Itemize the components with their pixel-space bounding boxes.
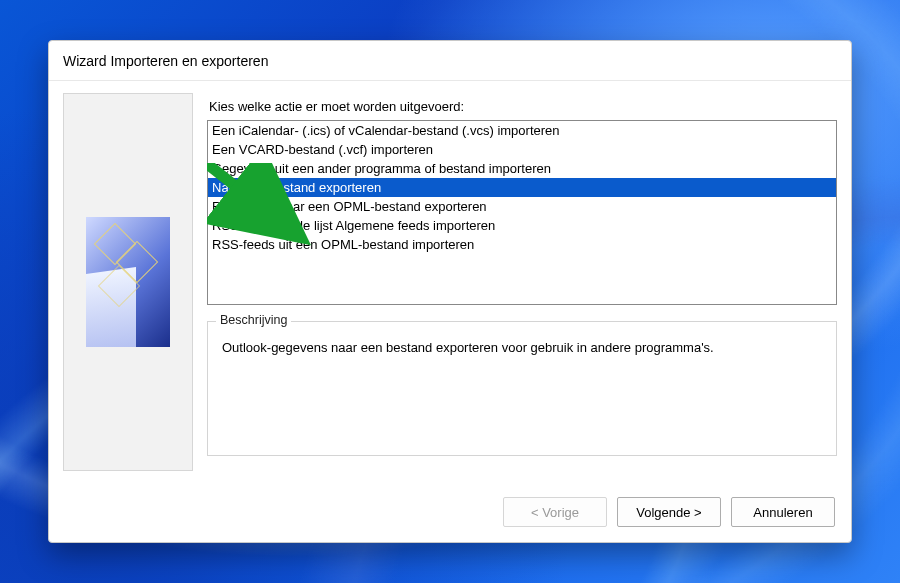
- back-button: < Vorige: [503, 497, 607, 527]
- desktop-wallpaper: Wizard Importeren en exporteren Kies wel…: [0, 0, 900, 583]
- description-legend: Beschrijving: [216, 313, 291, 327]
- next-button[interactable]: Volgende >: [617, 497, 721, 527]
- dialog-title: Wizard Importeren en exporteren: [63, 53, 268, 69]
- dialog-footer: < Vorige Volgende > Annuleren: [49, 482, 851, 542]
- description-text: Outlook-gegevens naar een bestand export…: [222, 340, 822, 355]
- cancel-button[interactable]: Annuleren: [731, 497, 835, 527]
- action-list-item[interactable]: Een VCARD-bestand (.vcf) importeren: [208, 140, 836, 159]
- action-list-item[interactable]: RSS-feeds uit de lijst Algemene feeds im…: [208, 216, 836, 235]
- dialog-body: Kies welke actie er moet worden uitgevoe…: [49, 81, 851, 482]
- action-list-item[interactable]: RSS-feeds uit een OPML-bestand importere…: [208, 235, 836, 254]
- action-list-item[interactable]: RSS-feeds naar een OPML-bestand exporter…: [208, 197, 836, 216]
- dialog-titlebar: Wizard Importeren en exporteren: [49, 41, 851, 81]
- action-list-item[interactable]: Naar een bestand exporteren: [208, 178, 836, 197]
- wizard-graphic: [86, 217, 170, 347]
- import-export-wizard-dialog: Wizard Importeren en exporteren Kies wel…: [48, 40, 852, 543]
- description-groupbox: Beschrijving Outlook-gegevens naar een b…: [207, 321, 837, 456]
- instruction-label: Kies welke actie er moet worden uitgevoe…: [209, 99, 837, 114]
- action-list-item[interactable]: Een iCalendar- (.ics) of vCalendar-besta…: [208, 121, 836, 140]
- action-listbox[interactable]: Een iCalendar- (.ics) of vCalendar-besta…: [207, 120, 837, 305]
- wizard-sidebar-graphic-frame: [63, 93, 193, 471]
- action-list-item[interactable]: Gegevens uit een ander programma of best…: [208, 159, 836, 178]
- wizard-main-panel: Kies welke actie er moet worden uitgevoe…: [207, 93, 837, 482]
